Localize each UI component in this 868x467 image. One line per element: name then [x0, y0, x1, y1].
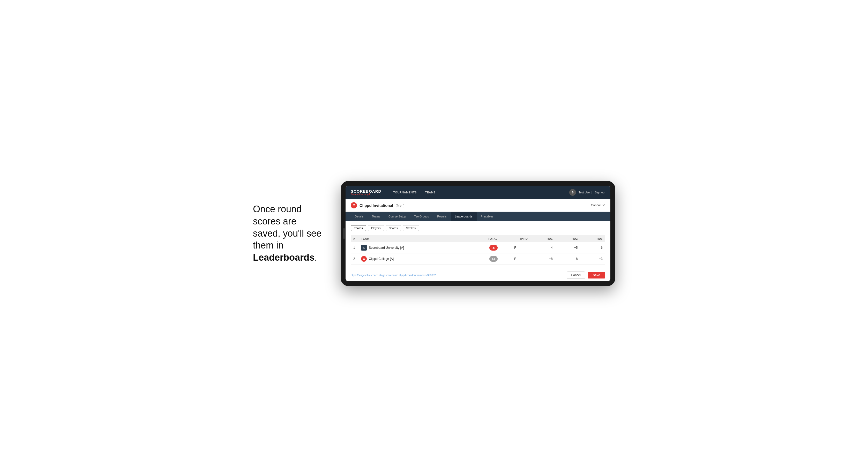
rd2-cell-1: +5 [555, 242, 580, 253]
tournament-title-area: C Clippd Invitational (Men) [351, 202, 404, 209]
score-badge-2: +3 [489, 256, 498, 262]
content-area: Teams Players Scores Strokes # TEAM TOTA… [345, 221, 610, 269]
tab-tee-groups[interactable]: Tee Groups [410, 212, 433, 221]
nav-tournaments[interactable]: TOURNAMENTS [389, 186, 421, 199]
col-rd1: RD1 [530, 235, 555, 242]
rd3-cell-2: +3 [580, 253, 605, 264]
table-row: 2 C Clippd College [A] +3 [351, 253, 605, 264]
logo-brand: clippd [364, 193, 370, 195]
user-name: Test User | [579, 191, 592, 194]
tablet-device: SCOREBOARD Powered by clippd TOURNAMENTS… [341, 181, 615, 286]
tablet-screen: SCOREBOARD Powered by clippd TOURNAMENTS… [345, 186, 610, 281]
thru-cell-1: F [500, 242, 530, 253]
score-badge-1: -5 [489, 245, 498, 251]
sign-out-link[interactable]: Sign out [595, 191, 605, 194]
rd2-cell-2: -8 [555, 253, 580, 264]
leaderboard-table: # TEAM TOTAL THRU RD1 RD2 RD3 1 [351, 235, 605, 264]
tournament-name: Clippd Invitational [360, 203, 393, 208]
thru-cell-2: F [500, 253, 530, 264]
footer-url: https://stage-blue-coach.stagescoreboard… [351, 274, 436, 277]
tab-leaderboards[interactable]: Leaderboards [451, 212, 477, 221]
rd3-cell-1: -6 [580, 242, 605, 253]
rank-cell: 2 [351, 253, 359, 264]
table-header-row: # TEAM TOTAL THRU RD1 RD2 RD3 [351, 235, 605, 242]
table-row: 1 SU Scoreboard University [A] [351, 242, 605, 253]
sidebar-bold-text: Leaderboards [253, 252, 314, 263]
col-rd3: RD3 [580, 235, 605, 242]
team-logo-1: SU [361, 245, 367, 251]
logo-powered-by: Powered by clippd [351, 193, 381, 195]
close-icon: ✕ [602, 203, 605, 207]
tournament-header: C Clippd Invitational (Men) Cancel ✕ [345, 199, 610, 212]
tab-details[interactable]: Details [351, 212, 368, 221]
nav-links: TOURNAMENTS TEAMS [389, 186, 440, 199]
toggle-row: Teams Players Scores Strokes [351, 225, 605, 231]
total-cell-1: -5 [467, 242, 500, 253]
team-cell-1: SU Scoreboard University [A] [359, 242, 467, 253]
rd1-cell-1: -4 [530, 242, 555, 253]
col-rd2: RD2 [555, 235, 580, 242]
app-logo: SCOREBOARD Powered by clippd [351, 189, 381, 195]
nav-teams[interactable]: TEAMS [421, 186, 440, 199]
team-cell-2: C Clippd College [A] [359, 253, 467, 264]
tab-printables[interactable]: Printables [477, 212, 498, 221]
tournament-cancel-button[interactable]: Cancel ✕ [591, 203, 605, 207]
total-cell-2: +3 [467, 253, 500, 264]
toggle-players-button[interactable]: Players [368, 225, 384, 231]
tournament-logo: C [351, 202, 357, 209]
team-logo-2: C [361, 256, 367, 262]
toggle-teams-button[interactable]: Teams [351, 225, 366, 231]
toggle-strokes-button[interactable]: Strokes [403, 225, 419, 231]
team-name-1: Scoreboard University [A] [369, 246, 404, 250]
footer-buttons: Cancel Save [567, 272, 605, 279]
footer-area: https://stage-blue-coach.stagescoreboard… [345, 269, 610, 281]
top-navigation: SCOREBOARD Powered by clippd TOURNAMENTS… [345, 186, 610, 199]
team-name-2: Clippd College [A] [369, 257, 394, 261]
footer-save-button[interactable]: Save [588, 272, 605, 279]
sidebar-text-content: Once round scores are saved, you'll see … [253, 204, 321, 263]
tab-teams[interactable]: Teams [368, 212, 384, 221]
toggle-scores-button[interactable]: Scores [385, 225, 401, 231]
sidebar-description: Once round scores are saved, you'll see … [253, 203, 326, 264]
col-rank: # [351, 235, 359, 242]
nav-right-area: S Test User | Sign out [569, 189, 605, 196]
col-thru: THRU [500, 235, 530, 242]
user-avatar: S [569, 189, 576, 196]
tab-results[interactable]: Results [433, 212, 451, 221]
col-team: TEAM [359, 235, 467, 242]
logo-text: SCOREBOARD [351, 189, 381, 193]
tablet-side-button [343, 228, 345, 239]
footer-cancel-button[interactable]: Cancel [567, 272, 585, 279]
sub-navigation: Details Teams Course Setup Tee Groups Re… [345, 212, 610, 221]
tab-course-setup[interactable]: Course Setup [384, 212, 410, 221]
col-total: TOTAL [467, 235, 500, 242]
tournament-gender: (Men) [396, 204, 404, 207]
rd1-cell-2: +8 [530, 253, 555, 264]
rank-cell: 1 [351, 242, 359, 253]
